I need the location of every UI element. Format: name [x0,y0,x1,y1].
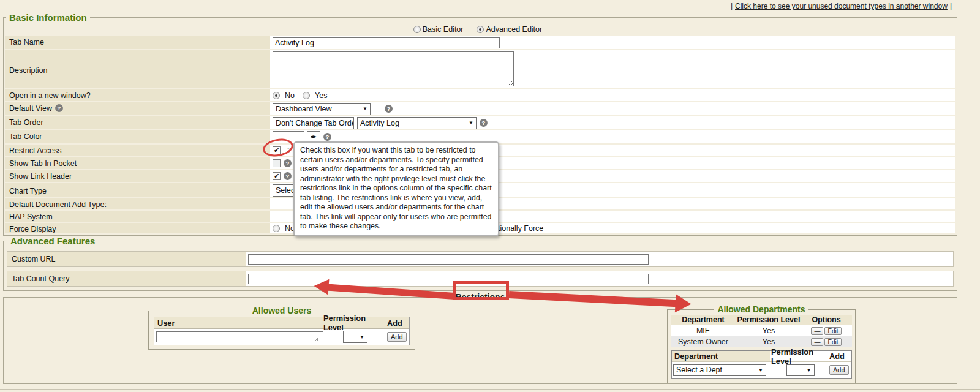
top-bar: |Click here to see your unused document … [0,0,980,12]
allowed-users-table: User Permission Level Add Add [154,317,410,345]
department-permission: Yes [736,326,802,335]
add-department-header-row: Department Permission Level Add [672,351,851,362]
default-view-select[interactable]: Dashboard View [273,103,371,115]
show-tab-in-pocket-label: Show Tab In Pocket [5,157,270,169]
show-link-header-checkbox[interactable] [273,172,281,180]
allowed-users-section: Allowed Users User Permission Level Add … [148,306,415,350]
basic-information-legend: Basic Information [6,12,90,23]
allowed-users-legend: Allowed Users [249,306,314,315]
hap-system-label: HAP System [5,211,270,222]
add-department-button[interactable]: Add [829,365,849,375]
edit-department-button[interactable]: Edit [824,327,841,335]
tab-order-row: Tab Order Don't Change Tab Order Activit… [5,116,956,129]
unused-document-types-link[interactable]: Click here to see your unused document t… [735,2,948,10]
remove-department-button[interactable]: — [811,327,823,335]
open-window-no-radio[interactable] [273,92,280,99]
advanced-editor-label: Advanced Editor [486,25,542,34]
department-column-header: Department [671,315,736,324]
force-display-label: Force Display [5,223,270,233]
department-name: MIE [671,326,736,335]
permission-level-column-header: Permission Level [770,347,828,366]
allowed-users-input-row: Add [154,329,409,345]
open-window-yes-label: Yes [315,91,327,100]
tab-order-mode-select[interactable]: Don't Change Tab Order [273,117,354,129]
allowed-departments-table: Department Permission Level Options MIE … [671,315,852,347]
permission-level-column-header: Permission Level [323,314,387,332]
open-new-window-row: Open in a new window? No Yes [5,89,956,101]
restrict-access-tooltip: Check this box if you want this tab to b… [293,141,499,236]
tab-order-label: Tab Order [5,116,270,129]
editor-mode-row: Basic Editor Advanced Editor [5,24,956,35]
tab-order-help-icon[interactable] [480,119,488,127]
link-pipe-left: | [731,2,733,10]
force-display-no-radio[interactable] [273,225,280,232]
show-link-header-help-icon[interactable] [284,172,292,180]
show-tab-in-pocket-checkbox[interactable] [273,159,281,167]
department-permission-select[interactable] [786,364,815,376]
default-view-row: Default View Dashboard View [5,102,956,115]
description-label: Description [5,50,270,88]
default-view-label: Default View [9,104,52,113]
basic-editor-radio[interactable] [413,26,421,33]
open-window-yes-radio[interactable] [303,92,310,99]
allowed-departments-header-row: Department Permission Level Options [671,315,852,325]
description-textarea[interactable] [273,51,514,86]
add-user-button[interactable]: Add [387,332,407,342]
default-document-add-type-label: Default Document Add Type: [5,198,270,209]
allowed-departments-section: Allowed Departments Department Permissio… [667,304,856,383]
show-link-header-label: Show Link Header [5,170,270,182]
advanced-editor-radio[interactable] [477,26,484,33]
chart-type-label: Chart Type [5,183,270,197]
annotation-restrictions-box [453,281,509,300]
department-row: System Owner Yes — Edit [671,336,852,347]
tab-count-query-label: Tab Count Query [7,271,246,286]
add-department-input-row: Select a Dept Add [672,362,851,378]
user-column-header: User [154,318,323,328]
restrict-access-label: Restrict Access [5,145,270,156]
user-permission-select[interactable] [343,331,368,343]
default-view-value-help-icon[interactable] [385,105,393,113]
tab-color-help-icon[interactable] [323,133,331,141]
description-row: Description [5,50,956,88]
remove-department-button[interactable]: — [811,338,823,346]
tab-name-label: Tab Name [5,36,270,49]
user-input[interactable] [156,331,323,342]
open-new-window-label: Open in a new window? [5,89,270,101]
resize-grip-icon[interactable] [314,337,318,341]
department-name: System Owner [671,337,736,346]
basic-editor-label: Basic Editor [423,25,464,34]
department-select[interactable]: Select a Dept [673,364,766,376]
edit-department-button[interactable]: Edit [824,338,841,346]
tab-order-position-select[interactable]: Activity Log [357,117,477,129]
default-view-help-icon[interactable] [55,104,63,112]
show-tab-in-pocket-help-icon[interactable] [284,159,292,167]
footer-divider [0,389,980,392]
permission-level-column-header: Permission Level [736,315,802,324]
add-column-header: Add [387,318,409,328]
link-pipe-right: | [950,2,952,10]
advanced-features-legend: Advanced Features [7,236,98,246]
allowed-departments-legend: Allowed Departments [714,304,808,314]
tab-name-row: Tab Name [5,36,956,49]
open-window-no-label: No [285,91,295,100]
add-column-header: Add [828,352,851,361]
custom-url-label: Custom URL [7,252,246,266]
tab-color-label: Tab Color [5,130,270,143]
custom-url-row: Custom URL [7,251,954,267]
department-row: MIE Yes — Edit [671,325,852,336]
allowed-users-header-row: User Permission Level Add [154,317,409,329]
tab-count-query-input[interactable] [248,274,649,284]
department-permission: Yes [736,337,802,346]
options-column-header: Options [802,315,851,324]
restrictions-section: Restrictions Allowed Users User Permissi… [3,292,957,384]
department-column-header: Department [672,351,770,361]
add-department-table: Department Permission Level Add Select a… [671,350,852,379]
tab-name-input[interactable] [273,37,500,48]
custom-url-input[interactable] [248,254,649,265]
